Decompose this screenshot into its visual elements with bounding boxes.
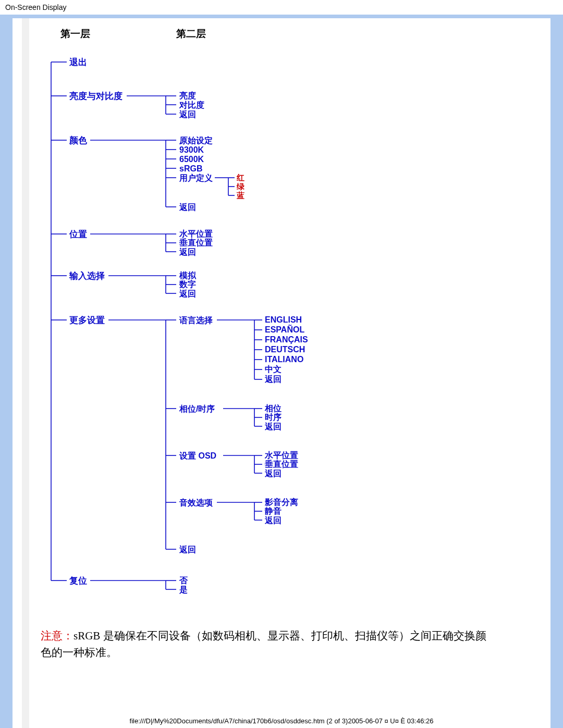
more-osd: 设置 OSD xyxy=(179,451,216,460)
lang-de: DEUTSCH xyxy=(265,345,305,354)
pos-back: 返回 xyxy=(179,248,196,256)
note-body: sRGB 是确保在不同设备（如数码相机、显示器、打印机、扫描仪等）之间正确交换颜… xyxy=(41,630,486,659)
l1-more: 更多设置 xyxy=(69,315,105,325)
rgb-b: 蓝 xyxy=(236,191,244,200)
audio-mute: 静音 xyxy=(264,507,282,515)
bc-brightness: 亮度 xyxy=(179,91,196,100)
page-title: On-Screen Display xyxy=(0,0,563,15)
bc-contrast: 对比度 xyxy=(179,100,204,109)
osd-h: 水平位置 xyxy=(264,451,298,460)
pos-v: 垂直位置 xyxy=(179,238,213,247)
color-6500k: 6500K xyxy=(179,155,204,164)
lang-it: ITALIANO xyxy=(265,355,303,364)
color-9300k: 9300K xyxy=(179,145,204,154)
content-frame: 第一层 第二层 退出 亮度与对比度 亮度 对比度 返回 颜色 原始设定 9300… xyxy=(0,15,563,728)
note-label: 注意： xyxy=(41,630,74,642)
l1-color: 颜色 xyxy=(69,135,88,145)
lang-es: ESPAÑOL xyxy=(265,324,304,334)
color-user: 用户定义 xyxy=(179,174,213,182)
color-original: 原始设定 xyxy=(179,136,213,145)
more-back: 返回 xyxy=(179,545,196,554)
color-back: 返回 xyxy=(179,203,196,212)
lang-fr: FRANÇAIS xyxy=(265,335,308,344)
header-col1: 第一层 xyxy=(60,28,90,39)
lang-back: 返回 xyxy=(264,375,282,384)
l1-reset: 复位 xyxy=(69,576,87,586)
more-phase: 相位/时序 xyxy=(179,404,215,413)
phase-clock: 时序 xyxy=(265,412,282,422)
pos-h: 水平位置 xyxy=(179,229,213,238)
audio-sep: 影音分离 xyxy=(264,497,298,507)
color-srgb: sRGB xyxy=(179,164,202,173)
phase-phase: 相位 xyxy=(264,404,282,413)
l1-brightcontrast: 亮度与对比度 xyxy=(69,91,123,101)
rgb-g: 绿 xyxy=(236,182,245,191)
l1-input: 输入选择 xyxy=(69,271,105,281)
input-analog: 模拟 xyxy=(179,271,197,280)
l1-position: 位置 xyxy=(69,229,87,239)
l1-exit: 退出 xyxy=(69,57,87,67)
rgb-r: 红 xyxy=(236,173,244,182)
lang-zh: 中文 xyxy=(265,365,282,374)
input-digital: 数字 xyxy=(179,279,196,289)
reset-yes: 是 xyxy=(179,585,188,594)
reset-no: 否 xyxy=(179,576,188,585)
more-audio: 音效选项 xyxy=(179,498,213,507)
footer-path: file:///D|/My%20Documents/dfu/A7/china/1… xyxy=(0,717,563,725)
audio-back: 返回 xyxy=(264,516,282,525)
osd-back: 返回 xyxy=(264,469,282,478)
phase-back: 返回 xyxy=(264,422,282,431)
more-language: 语言选择 xyxy=(179,315,213,325)
srgb-note: 注意：sRGB 是确保在不同设备（如数码相机、显示器、打印机、扫描仪等）之间正确… xyxy=(41,625,494,661)
bc-back: 返回 xyxy=(179,110,196,119)
osd-tree-diagram: 第一层 第二层 退出 亮度与对比度 亮度 对比度 返回 颜色 原始设定 9300… xyxy=(41,26,510,625)
input-back: 返回 xyxy=(179,289,196,298)
header-col2: 第二层 xyxy=(176,28,206,39)
lang-en: ENGLISH xyxy=(265,315,302,324)
osd-v: 垂直位置 xyxy=(264,460,298,468)
